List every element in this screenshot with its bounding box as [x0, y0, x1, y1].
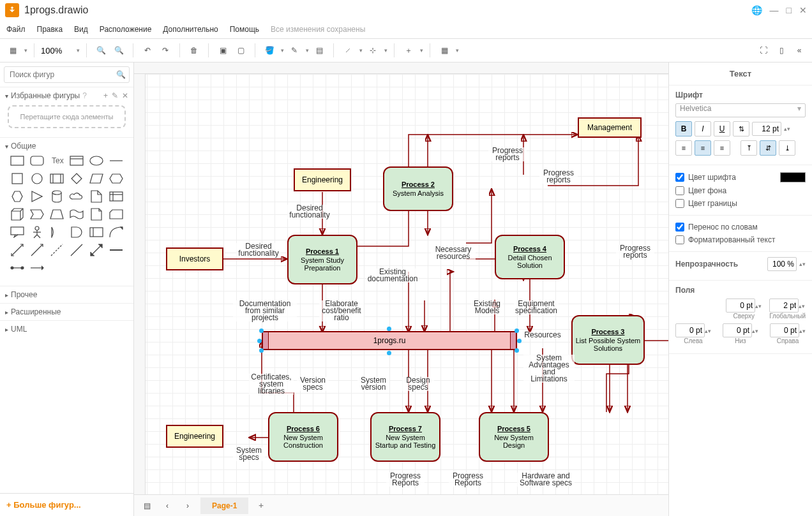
node-process3[interactable]: Process 3List Possible System Solutions [571, 315, 645, 365]
formatted-text-check[interactable]: Форматированный текст [675, 233, 806, 246]
shape-hexagon-h[interactable] [107, 171, 124, 186]
shape-cylinder[interactable] [49, 189, 66, 204]
shadow-icon[interactable]: ▤ [312, 43, 327, 58]
underline-button[interactable]: U [714, 121, 730, 136]
shape-dashline[interactable] [49, 242, 66, 258]
margin-right-input[interactable] [770, 323, 799, 337]
shape-rect[interactable] [9, 153, 26, 168]
shape-callout[interactable] [9, 225, 26, 240]
margin-top-input[interactable] [726, 299, 755, 313]
valign-middle-button[interactable]: ⇵ [760, 140, 776, 156]
shape-text[interactable]: Text [49, 153, 66, 168]
edit-fav-icon[interactable]: ✎ [112, 91, 118, 100]
shape-arrow[interactable] [29, 242, 46, 258]
to-front-icon[interactable]: ▣ [215, 43, 230, 58]
shape-or[interactable] [49, 225, 66, 240]
next-page-icon[interactable]: › [180, 498, 195, 513]
shape-divider[interactable] [107, 153, 124, 168]
redo-icon[interactable]: ↷ [158, 43, 173, 58]
margin-bottom-input[interactable] [723, 323, 752, 337]
section-advanced[interactable]: ▸Расширенные [5, 307, 128, 316]
node-process6[interactable]: Process 6New System Construction [268, 412, 338, 462]
shape-curve[interactable] [107, 225, 124, 240]
shape-actor[interactable] [29, 225, 46, 240]
line-color-icon[interactable]: ✎ [287, 43, 302, 58]
menu-help[interactable]: Помощь [230, 25, 259, 34]
menu-file[interactable]: Файл [6, 25, 26, 34]
tab-page1[interactable]: Page-1 [200, 498, 248, 514]
shape-parallelogram[interactable] [87, 171, 105, 186]
shape-rounded[interactable] [29, 153, 46, 168]
align-left-button[interactable]: ≡ [675, 140, 692, 156]
maximize-button[interactable]: □ [786, 5, 792, 15]
shape-directional[interactable] [29, 260, 46, 276]
vertical-text-button[interactable]: ⇅ [733, 121, 749, 136]
shape-note[interactable] [87, 207, 105, 222]
search-input[interactable] [4, 66, 130, 83]
shape-document[interactable] [87, 189, 105, 204]
node-engineering2[interactable]: Engineering [166, 425, 223, 448]
favorites-dropzone[interactable]: Перетащите сюда элементы [8, 105, 126, 128]
add-page-button[interactable]: ＋ [253, 496, 269, 515]
diagram-canvas[interactable]: Investors Engineering Management Enginee… [134, 74, 668, 494]
shape-diamond[interactable] [68, 171, 86, 186]
menu-edit[interactable]: Правка [37, 25, 63, 34]
prev-page-icon[interactable]: ‹ [160, 498, 175, 513]
language-icon[interactable]: 🌐 [751, 5, 762, 15]
node-center-selected[interactable]: 1progs.ru [262, 331, 517, 350]
bg-color-check[interactable]: Цвет фона [675, 184, 806, 197]
node-engineering[interactable]: Engineering [294, 168, 351, 191]
shape-hexagon[interactable] [9, 189, 26, 204]
pages-menu-icon[interactable]: ▤ [139, 498, 154, 513]
more-shapes-button[interactable]: + Больше фигур... [0, 493, 133, 516]
node-process5[interactable]: Process 5New System Design [479, 412, 549, 462]
align-center-button[interactable]: ≡ [695, 140, 711, 156]
node-investors[interactable]: Investors [166, 247, 223, 270]
shape-cloud[interactable] [68, 189, 86, 204]
waypoint-icon[interactable]: ⊹ [365, 43, 380, 58]
close-button[interactable]: ✕ [799, 5, 807, 15]
valign-top-button[interactable]: ⤒ [741, 140, 757, 156]
shape-ellipse2[interactable] [87, 153, 105, 168]
node-process1[interactable]: Process 1System Study Preparation [287, 235, 357, 284]
node-process4[interactable]: Process 4Detail Chosen Solution [495, 235, 565, 279]
menu-extras[interactable]: Дополнительно [163, 25, 218, 34]
shape-biarrow[interactable] [9, 242, 26, 258]
shape-card[interactable] [107, 207, 124, 222]
menu-arrange[interactable]: Расположение [100, 25, 152, 34]
insert-icon[interactable]: ＋ [401, 43, 416, 58]
sidebar-toggle-icon[interactable]: ▦ [5, 43, 20, 58]
zoom-in-icon[interactable]: 🔍 [93, 43, 109, 58]
section-common[interactable]: ▾Общие [5, 142, 128, 151]
collapse-icon[interactable]: « [792, 43, 807, 58]
shape-thick-line[interactable] [107, 242, 124, 258]
table-icon[interactable]: ▦ [437, 43, 452, 58]
shape-trapezoid[interactable] [49, 207, 66, 222]
shape-link[interactable] [9, 260, 26, 276]
shape-cube[interactable] [9, 207, 26, 222]
del-fav-icon[interactable]: ✕ [122, 91, 128, 100]
shape-internal[interactable] [107, 189, 124, 204]
section-favorites[interactable]: ▾Избранные фигуры? +✎✕ [5, 91, 128, 100]
shape-and[interactable] [68, 225, 86, 240]
border-color-check[interactable]: Цвет границы [675, 197, 806, 210]
shape-line[interactable] [68, 242, 86, 258]
align-right-button[interactable]: ≡ [714, 140, 730, 156]
undo-icon[interactable]: ↶ [140, 43, 155, 58]
node-process7[interactable]: Process 7New System Startup and Testing [370, 412, 440, 462]
to-back-icon[interactable]: ▢ [233, 43, 248, 58]
shape-datastore[interactable] [87, 225, 105, 240]
shape-textbox[interactable] [68, 153, 86, 168]
node-management[interactable]: Management [578, 117, 642, 138]
shape-tape[interactable] [68, 207, 86, 222]
shape-square[interactable] [9, 171, 26, 186]
zoom-input[interactable] [41, 46, 73, 55]
shape-step[interactable] [29, 207, 46, 222]
minimize-button[interactable]: — [770, 5, 779, 15]
shape-triangle[interactable] [29, 189, 46, 204]
fullscreen-icon[interactable]: ⛶ [756, 43, 771, 58]
bold-button[interactable]: B [675, 121, 692, 136]
italic-button[interactable]: I [695, 121, 711, 136]
connection-icon[interactable]: ⟋ [340, 43, 356, 58]
shape-biarrow2[interactable] [87, 242, 105, 258]
